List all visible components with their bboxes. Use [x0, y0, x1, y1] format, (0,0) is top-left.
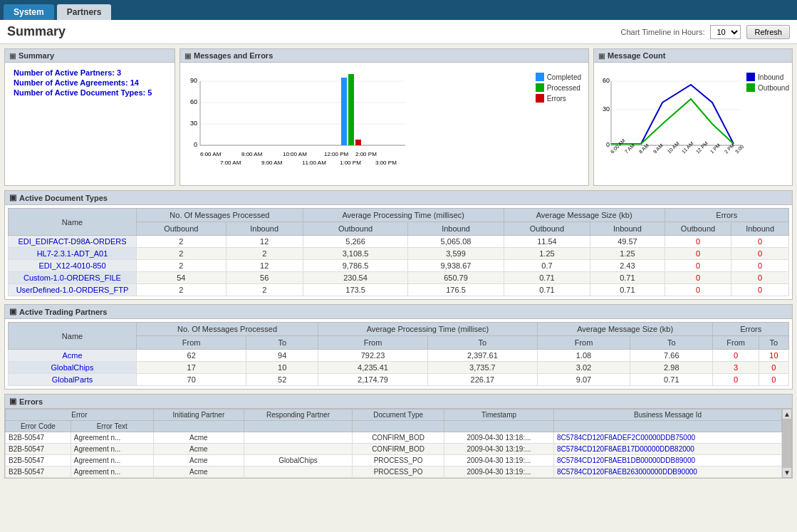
- legend-label-errors: Errors: [547, 95, 566, 103]
- messages-panel-header: ▣ Messages and Errors: [180, 49, 588, 63]
- error-resp-partner: [244, 432, 352, 444]
- scroll-down-button[interactable]: ▼: [783, 468, 791, 477]
- doc-type-apt-out: 230.54: [303, 272, 408, 284]
- tp-name[interactable]: GlobalParts: [9, 374, 137, 386]
- svg-text:12 PM: 12 PM: [695, 140, 709, 154]
- active-doc-types-panel: ▣ Active Document Types Name No. Of Mess…: [4, 190, 793, 300]
- tp-ams-from: 9.07: [537, 374, 630, 386]
- svg-text:11:00 AM: 11:00 AM: [302, 160, 326, 166]
- svg-text:90: 90: [190, 77, 197, 84]
- svg-text:30: 30: [603, 105, 610, 113]
- tp-ams-from: 1.08: [537, 350, 630, 362]
- tab-system[interactable]: System: [3, 4, 55, 20]
- msgcount-legend: Inbound Outbound: [746, 73, 789, 92]
- summary-item-agreements: Number of Active Agreements: 14: [14, 78, 166, 87]
- legend-box-completed: [536, 73, 544, 81]
- col-header-tp-errors: Errors: [713, 323, 789, 336]
- error-init-partner: Acme: [153, 432, 244, 444]
- legend-box-errors: [536, 94, 544, 103]
- active-doc-types-table: Name No. Of Messages Processed Average P…: [8, 208, 789, 296]
- doc-type-err-in[interactable]: 0: [731, 248, 789, 260]
- doc-type-ams-in: 0.71: [590, 272, 665, 284]
- tp-name[interactable]: Acme: [9, 350, 137, 362]
- doc-type-msg-in: 12: [226, 260, 303, 272]
- doc-type-ams-in: 0.71: [590, 284, 665, 296]
- col-header-tp-from2: From: [318, 336, 428, 350]
- col-header-err-in: Inbound: [731, 222, 789, 236]
- doc-type-name[interactable]: EDI_X12-4010-850: [9, 260, 137, 272]
- legend-box-processed: [536, 83, 544, 92]
- active-trading-partners-body: Name No. Of Messages Processed Average P…: [5, 319, 792, 389]
- col-header-err-out: Outbound: [665, 222, 731, 236]
- doc-type-name[interactable]: EDI_EDIFACT-D98A-ORDERS: [9, 236, 137, 248]
- doc-type-err-in[interactable]: 0: [731, 260, 789, 272]
- errors-collapse-icon[interactable]: ▣: [9, 397, 16, 406]
- col-header-msg-processed: No. Of Messages Processed: [137, 209, 303, 222]
- chart-timeline-select[interactable]: 10 24 48: [710, 25, 741, 39]
- doc-type-name[interactable]: Custom-1.0-ORDERS_FILE: [9, 272, 137, 284]
- error-text: Agreement n...: [71, 432, 153, 444]
- doc-type-ams-in: 49.57: [590, 236, 665, 248]
- doc-type-err-in[interactable]: 0: [731, 284, 789, 296]
- tp-msg-from: 70: [137, 374, 246, 386]
- tp-err-to[interactable]: 10: [759, 350, 788, 362]
- svg-text:7:00 AM: 7:00 AM: [220, 160, 241, 166]
- tp-err-from[interactable]: 3: [713, 362, 759, 374]
- legend-item-outbound: Outbound: [746, 83, 789, 92]
- col-header-tp-avg-msg-size: Average Message Size (kb): [537, 323, 713, 336]
- doc-type-err-out[interactable]: 0: [665, 284, 731, 296]
- doc-type-err-out[interactable]: 0: [665, 236, 731, 248]
- col-header-msg-out: Outbound: [137, 222, 226, 236]
- doc-type-name[interactable]: HL7-2.3.1-ADT_A01: [9, 248, 137, 260]
- doc-type-err-in[interactable]: 0: [731, 236, 789, 248]
- svg-text:9 AM: 9 AM: [652, 142, 664, 154]
- doc-type-err-out[interactable]: 0: [665, 260, 731, 272]
- col-header-apt-out: Outbound: [303, 222, 408, 236]
- messages-collapse-icon[interactable]: ▣: [184, 52, 191, 60]
- error-msg-id[interactable]: 8C5784CD120F8AEB17D00000DDB82000: [554, 444, 782, 455]
- error-code: B2B-50547: [6, 466, 71, 478]
- tp-err-from[interactable]: 0: [713, 374, 759, 386]
- col-header-tp-msg-processed: No. Of Messages Processed: [137, 323, 318, 336]
- error-msg-id[interactable]: 8C5784CD120F8AEB1DB00000DDB89000: [554, 455, 782, 466]
- doc-type-ams-out: 0.7: [504, 260, 590, 272]
- msgcount-collapse-icon[interactable]: ▣: [598, 52, 605, 60]
- doc-type-err-out[interactable]: 0: [665, 272, 731, 284]
- doc-type-name[interactable]: UserDefined-1.0-ORDERS_FTP: [9, 284, 137, 296]
- active-trading-partners-panel: ▣ Active Trading Partners Name No. Of Me…: [4, 304, 793, 390]
- active-trading-partners-title: Active Trading Partners: [19, 308, 108, 316]
- legend-item-errors: Errors: [536, 94, 581, 103]
- legend-box-inbound: [746, 73, 755, 81]
- tp-err-to[interactable]: 0: [759, 362, 788, 374]
- tp-err-from[interactable]: 0: [713, 350, 759, 362]
- col-header-tp-to3: To: [630, 336, 713, 350]
- errors-scrollbar[interactable]: ▲ ▼: [782, 409, 792, 478]
- summary-item-partners-label: Number of Active Partners:: [14, 68, 115, 77]
- tp-msg-from: 62: [137, 350, 246, 362]
- tp-ams-from: 3.02: [537, 362, 630, 374]
- doc-type-err-in[interactable]: 0: [731, 272, 789, 284]
- error-msg-id[interactable]: 8C5784CD120F8AEB263000000DDB90000: [554, 466, 782, 478]
- doc-types-collapse-icon[interactable]: ▣: [9, 193, 16, 202]
- svg-text:60: 60: [603, 77, 610, 84]
- col-header-timestamp: Timestamp: [444, 410, 554, 421]
- error-msg-id[interactable]: 8C5784CD120F8ADEF2C00000DDB75000: [554, 432, 782, 444]
- error-doc-type: PROCESS_PO: [353, 466, 444, 478]
- page-title: Summary: [7, 24, 66, 39]
- doc-type-apt-out: 5,266: [303, 236, 408, 248]
- svg-text:8:00 AM: 8:00 AM: [241, 151, 263, 157]
- doc-type-apt-in: 5,065.08: [408, 236, 504, 248]
- legend-label-completed: Completed: [547, 73, 581, 81]
- error-resp-partner: GlobalChips: [244, 455, 352, 466]
- doc-type-err-out[interactable]: 0: [665, 248, 731, 260]
- trading-partners-collapse-icon[interactable]: ▣: [9, 307, 16, 316]
- col-header-name: Name: [9, 209, 137, 236]
- tp-err-to[interactable]: 0: [759, 374, 788, 386]
- refresh-button[interactable]: Refresh: [746, 25, 790, 39]
- tp-name[interactable]: GlobalChips: [9, 362, 137, 374]
- col-header-tp-to1: To: [246, 336, 318, 350]
- tab-partners[interactable]: Partners: [56, 4, 113, 20]
- summary-collapse-icon[interactable]: ▣: [9, 52, 16, 60]
- main-content: ▣ Summary Number of Active Partners: 3 N…: [0, 44, 797, 483]
- scroll-up-button[interactable]: ▲: [783, 410, 791, 419]
